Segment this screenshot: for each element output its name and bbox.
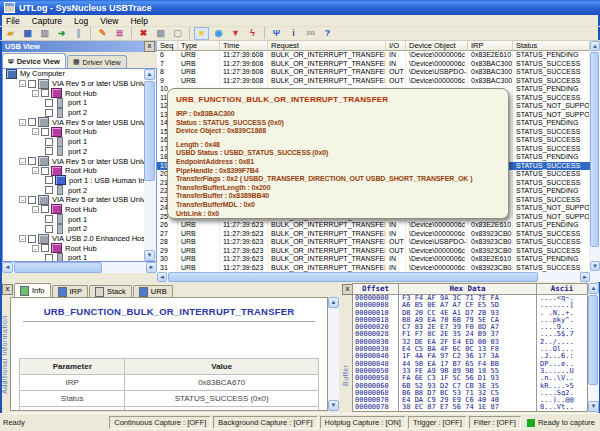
menu-file[interactable]: File (0, 16, 26, 26)
scroll-down-icon[interactable]: ▼ (588, 401, 599, 412)
table-row[interactable]: 6URB11:27:39:608BULK_OR_INTERRUPT_TRANSF… (157, 51, 590, 60)
checkbox[interactable] (28, 196, 36, 204)
tree-item[interactable]: My Computer (3, 69, 156, 79)
print-button[interactable]: ▤ (153, 27, 168, 40)
table-row[interactable]: 8URB11:27:39:608BULK_OR_INTERRUPT_TRANSF… (157, 68, 590, 77)
checkbox[interactable] (45, 138, 53, 146)
checkbox[interactable] (45, 254, 53, 262)
checkbox[interactable] (28, 80, 36, 88)
info-button[interactable]: i (286, 27, 301, 40)
scroll-down-icon[interactable]: ▼ (328, 400, 339, 411)
scroll-up-icon[interactable]: ▲ (144, 69, 155, 80)
open-log-button[interactable]: ▰ (3, 27, 18, 40)
usb-view-close-button[interactable]: x (144, 41, 155, 52)
column-header-type[interactable]: Type (178, 41, 220, 51)
menu-log[interactable]: Log (68, 16, 94, 26)
table-row[interactable]: 27URB11:27:39:623BULK_OR_INTERRUPT_TRANS… (157, 230, 590, 239)
expand-toggle-icon[interactable]: - (32, 167, 39, 174)
scroll-left-icon[interactable]: ◄ (2, 262, 13, 273)
tree-hscrollbar[interactable]: ◄ ► (2, 262, 157, 273)
expand-toggle-icon[interactable]: - (32, 128, 39, 135)
expand-toggle-icon[interactable]: - (19, 235, 26, 242)
expand-toggle-icon[interactable]: - (19, 158, 26, 165)
tree-item[interactable]: port 2 (3, 108, 156, 118)
tree-item[interactable]: -VIA Rev 5 or later USB Universal Host C (3, 79, 156, 89)
tree-item[interactable]: -Root Hub (3, 166, 156, 176)
column-header-seq[interactable]: Seq (157, 41, 178, 51)
menu-help[interactable]: Help (124, 16, 153, 26)
menu-view[interactable]: View (94, 16, 124, 26)
checkbox[interactable] (45, 225, 53, 233)
hex-vscroll-thumb[interactable] (588, 295, 598, 385)
table-row[interactable]: 7URB11:27:39:608BULK_OR_INTERRUPT_TRANSF… (157, 60, 590, 69)
start-capture-button[interactable]: ➜ (54, 27, 69, 40)
table-vscroll-thumb[interactable] (590, 52, 599, 247)
tab-urb[interactable]: URB (133, 285, 173, 297)
expand-toggle-icon[interactable]: - (19, 119, 26, 126)
annotate-button[interactable]: ✎ (95, 27, 110, 40)
checkbox[interactable] (45, 215, 53, 223)
column-header-deviceobject[interactable]: Device Object (406, 41, 468, 51)
column-header-io[interactable]: I/O (386, 41, 406, 51)
table-hscroll-thumb[interactable] (168, 272, 538, 282)
checkbox[interactable] (41, 205, 49, 213)
tree-item[interactable]: port 2 (3, 224, 156, 234)
tree-item[interactable]: port 2 (3, 185, 156, 195)
tree-item[interactable]: -Root Hub (3, 205, 156, 215)
table-row[interactable]: 9URB11:27:39:608BULK_OR_INTERRUPT_TRANSF… (157, 77, 590, 86)
clear-log-button[interactable]: ✖ (136, 27, 151, 40)
tree-item[interactable]: -Root Hub (3, 88, 156, 98)
info-panel-close-button[interactable]: x (2, 284, 13, 295)
checkbox[interactable] (41, 244, 49, 252)
table-row[interactable]: 26URB11:27:39:623BULK_OR_INTERRUPT_TRANS… (157, 221, 590, 230)
log-columns-button[interactable]: ≣ (112, 27, 127, 40)
table-row[interactable]: 31URB11:27:39:623BULK_OR_INTERRUPT_TRANS… (157, 264, 590, 273)
menu-capture[interactable]: Capture (26, 16, 68, 26)
checkbox[interactable] (45, 176, 53, 184)
export-button[interactable]: ▢ (170, 27, 185, 40)
tree-item[interactable]: port 1 (3, 137, 156, 147)
table-row[interactable]: 28URB11:27:39:623BULK_OR_INTERRUPT_TRANS… (157, 238, 590, 247)
filter-button[interactable]: ▼ (228, 27, 243, 40)
checkbox[interactable] (28, 157, 36, 165)
scroll-down-icon[interactable]: ▼ (144, 250, 155, 261)
tree-item[interactable]: port 1 (3, 214, 156, 224)
column-header-request[interactable]: Request (268, 41, 386, 51)
checkbox[interactable] (45, 109, 53, 117)
expand-toggle-icon[interactable]: - (19, 80, 26, 87)
save-log-button[interactable]: ▦ (20, 27, 35, 40)
info-vscrollbar[interactable]: ▲ ▼ (328, 297, 339, 411)
tab-irp[interactable]: IRP (52, 285, 89, 297)
scroll-up-icon[interactable]: ▲ (590, 41, 600, 51)
trigger-button[interactable]: ϟ (245, 27, 260, 40)
pause-capture-button[interactable]: ∥ (71, 27, 86, 40)
tree-item[interactable]: -VIA USB 2.0 Enhanced Host Controller (3, 234, 156, 244)
io-monitor-button[interactable]: 101 (303, 27, 318, 40)
scroll-up-icon[interactable]: ▲ (328, 297, 339, 308)
expand-toggle-icon[interactable]: - (32, 90, 39, 97)
column-header-time[interactable]: Time (220, 41, 268, 51)
usb-devices-button[interactable]: Ψ (269, 27, 284, 40)
scroll-left-icon[interactable]: ◄ (157, 272, 167, 282)
tooltip-toggle-button[interactable]: ■ (194, 27, 209, 40)
tab-info[interactable]: Info (14, 283, 51, 297)
scroll-right-icon[interactable]: ► (580, 272, 590, 282)
table-hscrollbar[interactable]: ◄ ► (157, 272, 590, 282)
tab-device-view[interactable]: ΨDevice View (2, 53, 66, 68)
tree-item[interactable]: -VIA Rev 5 or later USB Universal Host C (3, 117, 156, 127)
checkbox[interactable] (45, 186, 53, 194)
expand-toggle-icon[interactable]: - (32, 245, 39, 252)
help-button[interactable]: ? (320, 27, 335, 40)
tree-item[interactable]: port 2 (3, 147, 156, 157)
checkbox[interactable] (41, 167, 49, 175)
tab-driver-view[interactable]: ▦Driver View (67, 55, 127, 68)
column-header-status[interactable]: Status (513, 41, 590, 51)
column-header-irp[interactable]: IRP (468, 41, 513, 51)
scroll-right-icon[interactable]: ► (146, 262, 157, 273)
checkbox[interactable] (41, 89, 49, 97)
tree-vscroll-thumb[interactable] (144, 81, 155, 181)
tree-hscroll-thumb[interactable] (14, 262, 102, 273)
tree-item[interactable]: -VIA Rev 5 or later USB Universal Host C (3, 156, 156, 166)
tree-item[interactable]: -VIA Rev 5 or later USB Universal Host C (3, 195, 156, 205)
tree-item[interactable]: -Root Hub (3, 127, 156, 137)
